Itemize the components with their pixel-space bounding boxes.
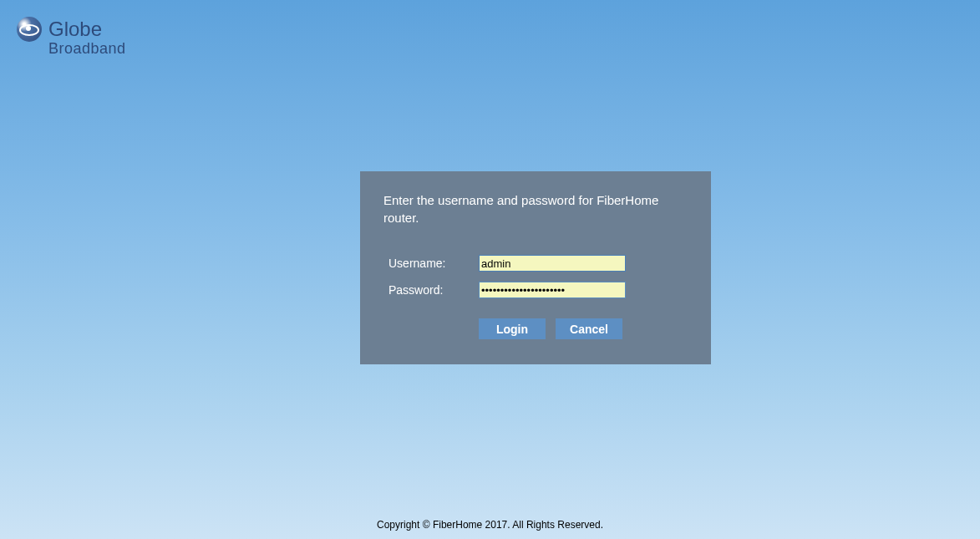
logo-row: Globe [17,17,102,42]
cancel-button[interactable]: Cancel [556,318,622,339]
login-instruction: Enter the username and password for Fibe… [383,191,688,226]
globe-icon [17,17,42,42]
username-input[interactable] [479,255,626,272]
logo-subtext: Broadband [48,40,126,58]
username-row: Username: [383,255,688,272]
password-input[interactable] [479,282,626,298]
button-row: Login Cancel [479,318,688,339]
password-row: Password: [383,282,688,298]
username-label: Username: [383,257,479,270]
logo-brand-text: Globe [48,18,102,41]
footer-copyright: Copyright © FiberHome 2017. All Rights R… [0,519,980,531]
logo-area: Globe Broadband [17,17,126,58]
password-label: Password: [383,283,479,297]
login-panel: Enter the username and password for Fibe… [360,171,711,364]
login-button[interactable]: Login [479,318,546,339]
